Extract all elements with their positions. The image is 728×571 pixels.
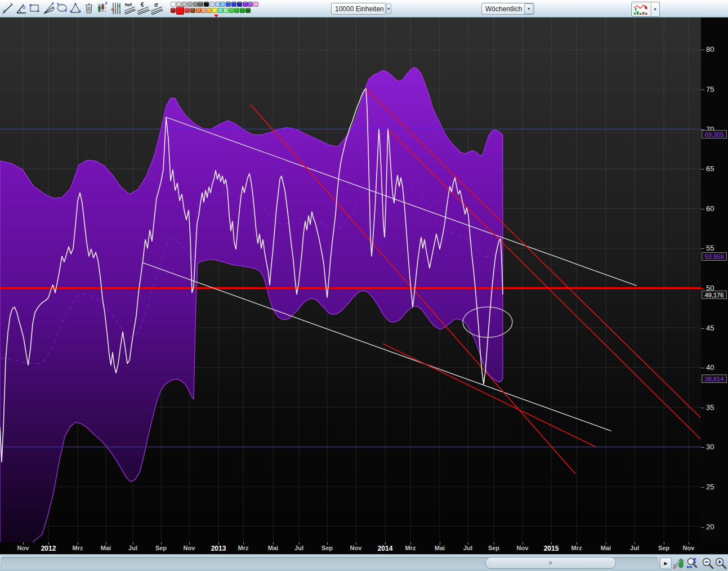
chart-area[interactable]: 8075706560555045403530252069,30553,95949… (0, 17, 728, 554)
zoom-out-button[interactable] (701, 556, 714, 570)
palette-bottom-row (171, 8, 260, 14)
chevron-down-icon[interactable]: ▼ (524, 3, 533, 14)
y-tick-label: 30 (706, 443, 714, 451)
magnifier-arrows-icon (686, 557, 699, 569)
chevron-down-icon[interactable]: ▼ (386, 3, 391, 14)
x-tick-label: Mai (435, 545, 445, 551)
y-tick (701, 209, 704, 209)
y-tick (701, 527, 704, 528)
color-swatch[interactable] (209, 2, 215, 7)
color-swatch[interactable] (253, 2, 258, 7)
y-tick-label: 75 (706, 85, 714, 93)
y-tick (701, 328, 704, 329)
color-swatch[interactable] (198, 2, 203, 7)
scroll-right-button[interactable]: ▶ (660, 557, 672, 569)
color-swatch[interactable] (176, 7, 184, 15)
autofit-button[interactable] (672, 556, 686, 570)
x-tick-label: Mrz (405, 545, 416, 551)
color-swatch[interactable] (185, 8, 190, 13)
color-swatch[interactable] (187, 2, 193, 7)
raff-channel-tool[interactable]: Raff (123, 1, 136, 16)
color-swatch[interactable] (243, 2, 248, 7)
vertical-lines-tool[interactable] (109, 1, 123, 16)
color-swatch[interactable] (223, 8, 228, 13)
x-tick-label: Nov (350, 545, 362, 551)
euro-channel-tool[interactable]: € (136, 1, 150, 16)
color-swatch[interactable] (212, 8, 217, 13)
color-swatch[interactable] (240, 8, 245, 13)
x-tick-label: Nov (184, 545, 195, 551)
y-tick-label: 20 (706, 523, 714, 531)
y-tick-label: 80 (706, 45, 714, 53)
zoom-range-button[interactable] (686, 556, 699, 570)
middle-band-label: 53,959 (702, 252, 727, 261)
drawing-toolbar: αRaff€σ 10000 Einheiten ▼ Wöchentlich ▼ (0, 0, 728, 17)
color-swatch[interactable] (245, 8, 251, 13)
rectangle-tool[interactable] (28, 1, 42, 16)
x-tick-label: Mai (101, 545, 111, 551)
scrollbar-grip: ≡ (549, 560, 552, 566)
x-axis: Nov2012MrzMaiJulSepNov2013MrzMaiJulSepNo… (0, 542, 728, 554)
scrollbar-thumb[interactable]: ≡ (485, 557, 616, 569)
y-tick-label: 25 (706, 483, 714, 491)
chart-type-icon (632, 2, 651, 16)
x-tick-label: Jul (294, 545, 303, 551)
y-tick (701, 90, 704, 90)
y-tick-label: 55 (706, 244, 714, 252)
color-swatch[interactable] (171, 2, 176, 7)
color-swatch[interactable] (204, 2, 209, 7)
color-swatch[interactable] (193, 2, 198, 7)
svg-text:Raff: Raff (125, 3, 132, 7)
delete-tool[interactable] (82, 1, 96, 16)
sigma-channel-tool[interactable]: σ (150, 1, 163, 16)
color-swatch[interactable] (182, 2, 187, 7)
y-tick (701, 248, 704, 249)
color-swatch[interactable] (196, 8, 201, 13)
period-dropdown[interactable]: Wöchentlich ▼ (481, 3, 534, 15)
chevron-down-icon[interactable]: ▼ (651, 2, 659, 16)
color-swatch[interactable] (220, 2, 225, 7)
y-tick-label: 35 (706, 403, 714, 412)
color-swatch[interactable] (218, 8, 223, 13)
color-swatch[interactable] (248, 2, 253, 7)
x-tick-label: 2015 (544, 545, 559, 552)
y-tick (701, 447, 704, 448)
chart-type-button[interactable]: ▼ (631, 2, 660, 17)
scrollbar-track[interactable]: ≡ (1, 557, 658, 569)
units-dropdown[interactable]: 10000 Einheiten ▼ (331, 3, 386, 15)
x-tick-label: Mrz (238, 545, 249, 551)
x-tick-label: Nov (17, 545, 29, 551)
y-tick (701, 169, 704, 169)
color-swatch[interactable] (237, 2, 242, 7)
color-swatch[interactable] (234, 8, 239, 13)
price-chart-canvas[interactable] (0, 17, 701, 542)
fan-lines-tool[interactable] (42, 1, 55, 16)
color-swatch[interactable] (176, 2, 181, 7)
trend-line-tool[interactable] (1, 1, 15, 16)
color-swatch[interactable] (201, 8, 206, 13)
x-tick-label: 2013 (211, 545, 226, 552)
x-tick-label: Jul (128, 545, 137, 551)
x-tick-label: Sep (155, 545, 167, 551)
angle-tool[interactable]: α (15, 1, 28, 16)
color-swatch[interactable] (215, 2, 220, 7)
color-swatch[interactable] (229, 8, 234, 13)
ellipse-tool[interactable] (55, 1, 69, 16)
x-tick-label: Sep (321, 545, 333, 551)
triangle-tool[interactable] (69, 1, 82, 16)
charting-application-window: αRaff€σ 10000 Einheiten ▼ Wöchentlich ▼ (0, 0, 728, 571)
color-swatch[interactable] (231, 2, 236, 7)
color-swatch[interactable] (171, 8, 176, 13)
color-swatch[interactable] (190, 8, 195, 13)
y-tick (701, 368, 704, 368)
lower-band-label: 38,614 (702, 374, 727, 383)
color-swatch[interactable] (226, 2, 231, 7)
zoom-in-button[interactable] (714, 556, 727, 570)
last-price-label: 49,176 (702, 291, 727, 299)
color-swatch[interactable] (207, 8, 212, 13)
x-tick-label: Nov (517, 545, 529, 551)
units-dropdown-value: 10000 Einheiten (332, 5, 386, 13)
fibonacci-tool[interactable] (96, 1, 109, 16)
y-axis: 8075706560555045403530252069,30553,95949… (701, 17, 728, 554)
svg-text:€: € (141, 2, 144, 8)
